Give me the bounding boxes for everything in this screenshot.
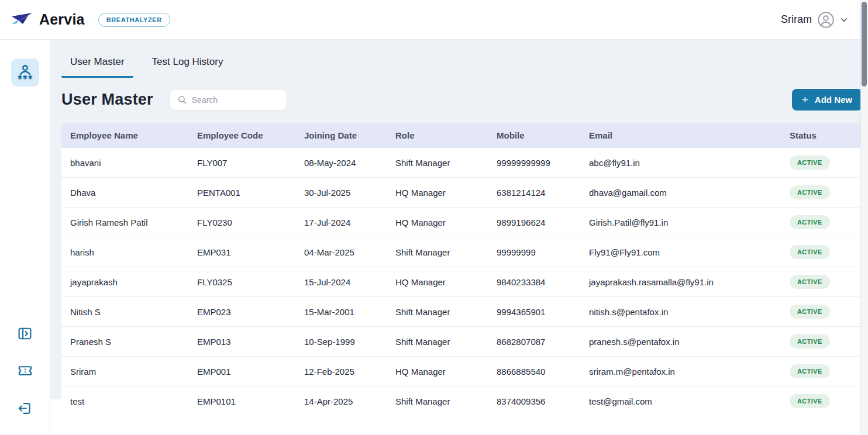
title-row: User Master + Add New	[61, 89, 862, 111]
sidebar-item-expand-panel[interactable]	[12, 320, 38, 346]
status-badge: ACTIVE	[790, 305, 830, 319]
cell-code: PENTA001	[188, 178, 295, 208]
vertical-scrollbar	[860, 0, 868, 435]
plus-icon: +	[802, 94, 808, 105]
cell-mobile: 6381214124	[488, 178, 580, 208]
cell-code: FLY0230	[188, 208, 295, 237]
aervia-logo-icon	[11, 11, 34, 29]
status-badge: ACTIVE	[790, 275, 830, 289]
scrollbar-thumb[interactable]	[862, 2, 867, 87]
cell-joining_date: 15-Jul-2024	[295, 267, 387, 297]
search-box[interactable]	[170, 89, 287, 111]
table-row: testEMP010114-Apr-2025Shift Manager83740…	[61, 386, 862, 416]
cell-email: nitish.s@pentafox.in	[580, 297, 781, 327]
topbar: Aervia BREATHALYZER Sriram	[0, 0, 868, 40]
cell-name: jayaprakash	[61, 267, 188, 297]
cell-mobile: 8682807087	[488, 327, 580, 357]
cell-email: jayaprakash.rasamalla@fly91.in	[580, 267, 781, 297]
cell-role: HQ Manager	[387, 178, 488, 208]
cell-name: Dhava	[61, 178, 188, 208]
tab-test-log-history[interactable]: Test Log History	[143, 55, 232, 78]
logout-icon	[17, 401, 33, 416]
sidebar: ✱✱✱	[0, 40, 50, 435]
sidebar-bottom	[12, 320, 38, 421]
cell-name: Nitish S	[61, 297, 188, 327]
user-management-icon: ✱✱✱	[16, 64, 34, 81]
avatar-icon[interactable]	[817, 11, 835, 29]
cell-code: EMP001	[188, 357, 295, 386]
cell-email: test@gmail.com	[580, 386, 781, 416]
table-row: DhavaPENTA00130-Jul-2025HQ Manager638121…	[61, 178, 862, 208]
table-row: harishEMP03104-Mar-2025Shift Manager9999…	[61, 237, 862, 267]
cell-joining_date: 12-Feb-2025	[295, 357, 387, 386]
user-table: Employee NameEmployee CodeJoining DateRo…	[61, 123, 862, 416]
cell-role: HQ Manager	[387, 267, 488, 297]
cell-code: EMP031	[188, 237, 295, 267]
cell-name: Sriram	[61, 357, 188, 386]
sidebar-item-logout[interactable]	[12, 395, 38, 421]
status-badge: ACTIVE	[790, 156, 830, 170]
cell-status: ACTIVE	[781, 357, 862, 386]
table-row: bhavaniFLY00708-May-2024Shift Manager999…	[61, 148, 862, 178]
cell-email: dhava@gamail.com	[580, 178, 781, 208]
cell-status: ACTIVE	[781, 178, 862, 208]
table-header-row: Employee NameEmployee CodeJoining DateRo…	[61, 123, 862, 148]
table-body: bhavaniFLY00708-May-2024Shift Manager999…	[61, 148, 862, 416]
cell-mobile: 9840233384	[488, 267, 580, 297]
cell-name: Girish Ramesh Patil	[61, 208, 188, 237]
cell-name: test	[61, 386, 188, 416]
cell-name: harish	[61, 237, 188, 267]
search-icon	[177, 95, 187, 105]
cell-status: ACTIVE	[781, 267, 862, 297]
cell-joining_date: 14-Apr-2025	[295, 386, 387, 416]
cell-mobile: 9994365901	[488, 297, 580, 327]
breathalyzer-badge: BREATHALYZER	[98, 13, 170, 27]
tab-bar: User MasterTest Log History	[61, 55, 862, 77]
cell-email: sriram.m@pentafox.in	[580, 357, 781, 386]
main-content: User MasterTest Log History User Master …	[50, 40, 868, 399]
tab-user-master[interactable]: User Master	[61, 55, 133, 78]
user-name: Sriram	[781, 13, 812, 26]
cell-joining_date: 17-Jul-2024	[295, 208, 387, 237]
cell-mobile: 99999999999	[488, 148, 580, 178]
cell-role: HQ Manager	[387, 208, 488, 237]
status-badge: ACTIVE	[790, 245, 830, 259]
search-input[interactable]	[192, 95, 280, 105]
cell-joining_date: 08-May-2024	[295, 148, 387, 178]
cell-mobile: 8866885540	[488, 357, 580, 386]
app-body: ✱✱✱	[0, 40, 868, 435]
cell-status: ACTIVE	[781, 386, 862, 416]
cell-role: Shift Manager	[387, 386, 488, 416]
cell-email: Fly91@Fly91.com	[580, 237, 781, 267]
status-badge: ACTIVE	[790, 215, 830, 229]
user-menu[interactable]: Sriram	[781, 11, 848, 29]
sidebar-item-user-master[interactable]: ✱✱✱	[11, 58, 39, 87]
page-title: User Master	[61, 91, 153, 109]
cell-code: EMP0101	[188, 386, 295, 416]
cell-status: ACTIVE	[781, 297, 862, 327]
status-badge: ACTIVE	[790, 394, 830, 408]
add-new-button[interactable]: + Add New	[792, 89, 862, 111]
cell-email: pranesh.s@pentafox.in	[580, 327, 781, 357]
chevron-down-icon[interactable]	[840, 16, 848, 24]
brand: Aervia BREATHALYZER	[11, 11, 170, 29]
table-row: SriramEMP00112-Feb-2025HQ Manager8866885…	[61, 357, 862, 386]
cell-role: Shift Manager	[387, 148, 488, 178]
cell-mobile: 9899196624	[488, 208, 580, 237]
cell-code: EMP013	[188, 327, 295, 357]
cell-code: EMP023	[188, 297, 295, 327]
cell-status: ACTIVE	[781, 208, 862, 237]
status-badge: ACTIVE	[790, 185, 830, 199]
cell-code: FLY007	[188, 148, 295, 178]
cell-joining_date: 30-Jul-2025	[295, 178, 387, 208]
column-header-email: Email	[580, 123, 781, 148]
cell-name: Pranesh S	[61, 327, 188, 357]
cell-role: Shift Manager	[387, 297, 488, 327]
sidebar-item-tickets[interactable]	[12, 358, 38, 384]
ticket-icon	[17, 362, 33, 379]
cell-joining_date: 15-Mar-2001	[295, 297, 387, 327]
column-header-joining_date: Joining Date	[295, 123, 387, 148]
cell-email: Girish.Patil@fly91.in	[580, 208, 781, 237]
cell-code: FLY0325	[188, 267, 295, 297]
cell-name: bhavani	[61, 148, 188, 178]
